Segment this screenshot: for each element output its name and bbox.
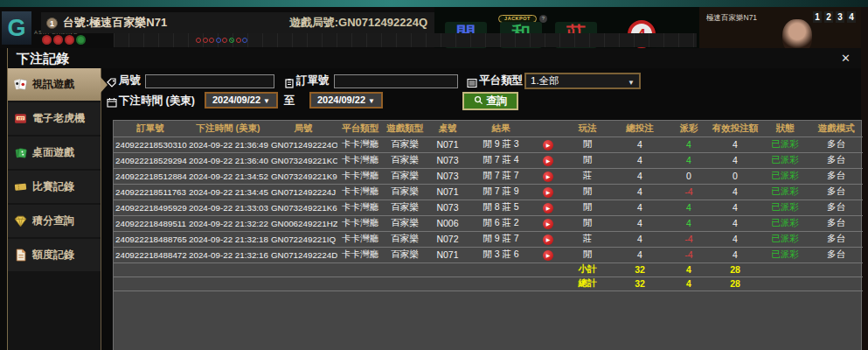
cell-table-no: N071 [427,136,469,152]
date-to-picker[interactable]: 2024/09/22 ▼ [309,92,383,108]
column-header: 下注時間 (美東) [187,121,269,136]
cell-payout: 4 [668,200,710,215]
bead-marker [236,38,241,43]
video-number: 4 [847,11,856,23]
table-row: 2409222184887652024-09-22 21:32:18GN0722… [114,231,863,247]
cell-round-no: GN072249221IQ [269,231,337,247]
cell-payout: -4 [668,231,710,247]
bead-marker [203,38,208,43]
column-header: 訂單號 [114,121,187,136]
cell-total-bet: 4 [612,231,668,247]
cell-total-bet: 4 [612,136,668,152]
empty-cell [809,276,863,290]
cell-order-no: 240922218489511 [114,215,187,231]
cell-valid-bet: 4 [710,247,760,262]
sidebar-item-table-games[interactable]: 桌面遊戲 [8,136,101,169]
cell-bet-time: 2024-09-22 21:32:18 [187,231,269,247]
sidebar-item-match-records[interactable]: 比賽記錄 [8,171,101,203]
date-from-picker[interactable]: 2024/09/22 ▼ [205,92,278,108]
tag-icon [107,76,117,87]
bead-marker [229,38,234,43]
slot-icon: 777 [14,112,27,125]
table-header-row: 訂單號下注時間 (美東)局號平台類型遊戲類型桌號結果玩法總投注派彩有效投注額狀態… [114,121,863,136]
modal-content: 局號 訂單號 平台類型 1.全部 ▼ 下注時間 (美東) 2024/09/22 … [101,68,861,350]
date-from-value: 2024/09/22 [212,94,260,105]
cell-game-type: 百家樂 [383,200,427,215]
play-button[interactable]: ▶ [543,140,553,150]
platform-select[interactable]: 1.全部 ▼ [524,73,641,89]
order-input[interactable] [334,74,458,88]
cell-bet-time: 2024-09-22 21:33:03 [187,200,269,215]
cell-table-no: N071 [427,184,469,200]
cell-valid-bet: 4 [710,184,760,200]
video-number: 1 [813,11,822,23]
sidebar-item-points-query[interactable]: 積分查詢 [8,205,101,237]
sidebar-item-video-games[interactable]: 視訊遊戲 [8,68,101,101]
cell-platform: 卡卡灣廳 [337,215,383,231]
table-row: 2409222185117632024-09-22 21:34:45GN0712… [114,184,863,200]
column-header: 遊戲類型 [383,121,427,136]
empty-cell [809,262,863,276]
video-table-title: 極速百家樂N71 [706,13,757,24]
status-badge: 已派彩 [760,136,809,152]
column-header: 派彩 [668,121,710,136]
search-button[interactable]: 查詢 [462,92,518,110]
cell-bet-time: 2024-09-22 21:36:40 [187,152,269,168]
cell-order-no: 240922218488472 [114,247,187,262]
calendar-icon [107,95,117,106]
empty-cell [533,276,563,290]
round-filter-label: 局號 [119,74,141,88]
status-badge: 已派彩 [760,168,809,184]
sidebar-item-label: 桌面遊戲 [32,145,74,160]
cell-game-type: 百家樂 [383,247,427,262]
round-input[interactable] [145,74,274,88]
play-button[interactable]: ▶ [543,172,553,182]
cell-result: 閒 6 莊 2 [469,215,533,231]
cell-game-type: 百家樂 [383,168,427,184]
cell-bet-time: 2024-09-22 21:32:16 [187,247,269,262]
sidebar-item-label: 額度記錄 [32,248,74,262]
betting-chip[interactable] [76,35,86,45]
sidebar-item-slots[interactable]: 777電子老虎機 [8,102,101,135]
sidebar-item-quota-records[interactable]: 額度記錄 [8,239,101,271]
cell-replay: ▶ [533,136,563,152]
cell-order-no: 240922218495929 [114,200,187,215]
empty-cell [469,262,533,276]
play-button[interactable]: ▶ [543,234,553,245]
play-button[interactable]: ▶ [543,203,553,214]
cell-game-mode: 多台 [809,168,863,184]
cell-valid-bet: 4 [710,136,760,152]
table-row: 2409222185128842024-09-22 21:34:52GN0732… [114,168,863,184]
play-button[interactable]: ▶ [543,187,553,198]
cell-valid-bet: 0 [710,168,760,184]
table-info-strip: 1 台號:極速百家樂N71 遊戲局號:GN0712492224Q [41,12,434,33]
table-row: 2409222185292942024-09-22 21:36:40GN0732… [114,152,863,168]
chevron-down-icon: ▼ [263,97,270,105]
play-button[interactable]: ▶ [543,250,553,261]
cell-order-no: 240922218512884 [114,168,187,184]
cell-valid-bet: 4 [710,215,760,231]
cell-replay: ▶ [533,152,563,168]
chevron-down-icon: ▼ [628,76,635,89]
platform-select-value: 1.全部 [531,75,559,86]
chip-tray [42,35,86,45]
dealer-figure [782,19,812,48]
cell-replay: ▶ [533,215,563,231]
close-icon[interactable]: ✕ [841,52,851,65]
column-header: 局號 [269,121,337,136]
betting-chip[interactable] [65,35,74,45]
cell-platform: 卡卡灣廳 [337,152,383,168]
search-button-label: 查詢 [486,94,507,107]
play-button[interactable]: ▶ [543,219,553,229]
empty-cell [427,262,469,276]
empty-cell [760,262,809,276]
play-button[interactable]: ▶ [543,156,553,166]
cell-payout: 4 [668,152,710,168]
cell-table-no: N073 [427,200,469,215]
column-header: 總投注 [612,121,668,136]
betting-chip[interactable] [53,35,63,45]
betting-chip[interactable] [42,35,52,45]
column-header: 有效投注額 [710,121,760,136]
cell-result: 閒 7 莊 7 [469,168,533,184]
cell-result: 閒 3 莊 6 [469,247,533,262]
